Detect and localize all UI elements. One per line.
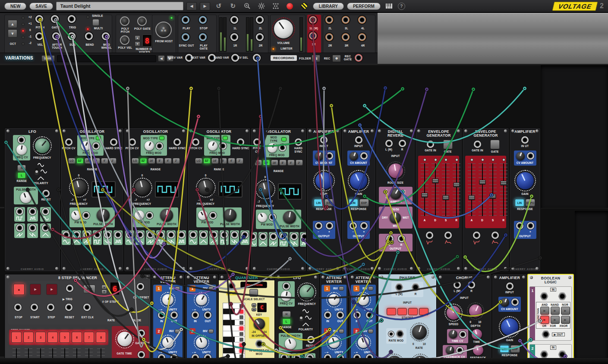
amp-lin-button[interactable]: LIN [500,345,509,353]
quant-key-8[interactable] [223,348,245,354]
rec-button[interactable]: ☸ [332,55,341,62]
reverb-room-size-knob[interactable] [388,163,403,178]
cable-visibility-icon[interactable] [270,1,281,11]
att-ch2-inv-button[interactable] [208,329,214,333]
osc-pitch-cv-jack[interactable] [129,138,136,146]
env-slider-A[interactable] [421,163,428,216]
sync-out-jack[interactable] [182,33,189,41]
osc-range-2'-button[interactable]: 2' [236,158,243,164]
osc-range-8'-button[interactable]: 8' [156,158,164,164]
seq-trig-out-jack[interactable] [138,351,145,358]
osc-mod-type-button[interactable] [223,136,228,140]
seq-reset-jack[interactable] [65,304,72,311]
chorus-feedback-knob[interactable] [473,345,483,355]
amp-exp-button[interactable]: EXP [324,199,334,207]
quant-key-5[interactable] [223,331,245,337]
osc-freq-mod-jack[interactable] [279,144,286,151]
main-1l-jack[interactable] [309,16,317,24]
folder-button[interactable]: ▤ [312,55,320,62]
osc-mod-type-button[interactable] [96,136,101,140]
chorus-in-l-jack[interactable] [454,281,461,289]
chorus-in-r-jack[interactable] [468,281,475,289]
osc-range-LO-button[interactable]: LO [68,158,76,164]
osc-range-16'-button[interactable]: 16' [271,160,278,166]
seq-step-6-button[interactable]: 6 [72,332,82,343]
oct-down-button[interactable]: ▼ [8,29,17,38]
bool-1-AND-button[interactable]: ⊳ [540,307,549,315]
seq-steps-up-button[interactable]: ▲ [101,285,107,289]
lfo-frequency-knob[interactable] [35,138,50,153]
out-4L-jack[interactable] [358,16,366,24]
chorus-feedback-cv-knob[interactable] [446,346,454,355]
quant-key-4[interactable] [223,326,245,331]
variations-save-button[interactable]: SAVE [41,55,55,62]
chorus-time-cv-knob[interactable] [449,330,457,339]
bool-1-NOR-button[interactable]: ⊳ [561,307,570,315]
poly-gate-din[interactable]: ⁙ [137,16,147,26]
osc-freq-mod-knob[interactable] [81,141,91,151]
osc-out-tri-jack[interactable] [136,231,144,238]
att-ch1-inv-button[interactable] [339,286,344,291]
att-ch1-knob[interactable] [162,294,173,305]
amp-out-minus-jack[interactable] [350,222,357,229]
seq-step-7-button[interactable]: 7 [84,332,94,343]
amp-out-plus-jack[interactable] [326,222,333,229]
env-slider-R[interactable] [453,163,460,216]
att-ch1-in-jack[interactable] [158,311,165,319]
kb2-VEL-jack[interactable] [35,32,43,40]
att-ch1-in-jack[interactable] [192,311,199,319]
env-gate-in-jack[interactable] [474,141,481,148]
osc-out-sq-jack[interactable] [221,231,228,238]
seq-cv-offset-jack[interactable] [137,283,144,290]
amp-gain-knob[interactable] [501,318,518,336]
osc-freq-mod-knob[interactable] [145,141,154,151]
chorus-depth-knob[interactable] [469,304,482,317]
osc-range-4'-button[interactable]: 4' [101,158,108,164]
lfo-out-tri-jack[interactable] [42,224,49,232]
main-1r-jack[interactable] [309,32,317,40]
amp-cv-jack[interactable] [326,152,333,160]
osc-out-sawu-jack[interactable] [147,231,154,238]
osc-out-sine-jack[interactable] [189,231,197,238]
osc-pw-mod-jack[interactable] [269,213,276,221]
seq-step-jack[interactable] [47,304,54,311]
stop-jack[interactable] [199,16,207,24]
chorus-speed-knob[interactable] [447,306,460,320]
out-3L-jack[interactable] [342,16,350,24]
osc-hard-sync-jack[interactable] [173,138,181,146]
amp-cv-amount-knob[interactable] [350,152,358,160]
single-multi-switch[interactable] [92,19,99,26]
amp-cv-amount-knob[interactable] [501,298,509,307]
osc-out-tri-jack[interactable] [200,231,207,238]
seq-start-button[interactable]: ▶ [30,284,41,295]
volume-knob[interactable] [274,19,293,38]
osc-out-rnd-jack[interactable] [178,231,185,238]
osc-out-rnd-jack[interactable] [301,233,306,240]
limiter-led[interactable] [272,47,275,50]
osc-out-tri-jack[interactable] [259,233,267,240]
bool-2-in2-jack[interactable] [558,350,567,359]
att-ch1-inv-button[interactable] [175,286,180,291]
osc-out-rnd-jack[interactable] [241,231,249,238]
prev-patch-button[interactable]: ◀ [186,2,197,10]
osc-pulse-width-knob[interactable] [160,209,173,222]
amp-lin-button[interactable]: LIN [314,199,323,207]
osc-range-4'-button[interactable]: 4' [287,160,295,166]
bool-1-NAND-button[interactable]: ⊳ [551,307,560,315]
env-gate-button[interactable] [443,140,453,149]
osc-pw-mod-jack[interactable] [209,212,217,219]
seq-steps-down-button[interactable]: ▼ [101,289,107,294]
env-slider-S[interactable] [442,163,450,216]
lfo-range-h-button[interactable]: H [17,165,26,171]
amp-lin-button[interactable]: LIN [349,199,358,207]
osc-out-sawu-jack[interactable] [270,233,277,240]
osc-out-sine-jack[interactable] [251,233,256,240]
osc-pw-mod-knob[interactable] [135,210,144,220]
seq-step-4-button[interactable]: 4 [47,332,58,343]
seq-gate-time-knob[interactable] [117,332,132,346]
save-button[interactable]: SAVE [29,3,53,10]
amp-out-minus-jack[interactable] [315,222,322,229]
quant-scale-select-button[interactable] [249,289,258,297]
osc-range-32'-button[interactable]: 32' [263,160,270,166]
osc-range-LO-button[interactable]: LO [195,158,202,164]
